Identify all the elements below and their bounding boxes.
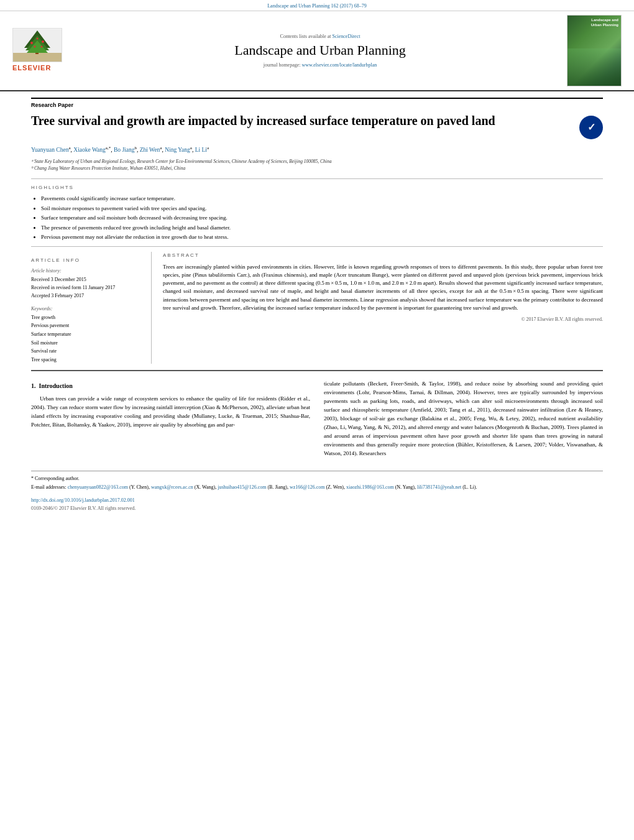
svg-point-10 [41, 45, 43, 47]
highlights-list: Pavements could significantly increase s… [31, 195, 603, 241]
author-bo-jiang[interactable]: Bo Jiang [114, 147, 135, 153]
highlight-item-2: Soil moisture responses to pavement vari… [41, 205, 603, 213]
kw-3: Surface temperature [31, 330, 140, 339]
abstract-copyright: © 2017 Elsevier B.V. All rights reserved… [163, 316, 603, 323]
journal-header: ELSEVIER Contents lists available at Sci… [0, 11, 634, 91]
email-li[interactable]: lili7381741@yeah.net [417, 484, 461, 490]
journal-name-display: Landscape and Urban Planning [81, 42, 559, 58]
highlight-item-4: The presence of pavements reduced tree g… [41, 224, 603, 232]
authors-line: Yuanyuan Chena, Xiaoke Wanga,*, Bo Jiang… [31, 145, 603, 154]
email-footnote: E-mail addresses: chenyuanyuan0822@163.c… [31, 484, 603, 491]
abstract-text: Trees are increasingly planted within pa… [163, 263, 603, 312]
paper-content: Research Paper Tree survival and growth … [0, 91, 634, 518]
received-revised-date: Received in revised form 11 January 2017 [31, 284, 140, 292]
vertical-divider [151, 252, 152, 364]
journal-citation: Landscape and Urban Planning 162 (2017) … [0, 0, 634, 11]
svg-point-6 [30, 42, 33, 44]
intro-p1: Urban trees can provide a wide range of … [31, 395, 310, 430]
journal-citation-link[interactable]: Landscape and Urban Planning 162 (2017) … [267, 3, 367, 9]
author-xiaoke-wang[interactable]: Xiaoke Wang [73, 147, 106, 153]
journal-cover-image: Landscape and Urban Planning [567, 15, 622, 86]
divider-3 [31, 370, 603, 371]
title-row: Tree survival and growth are impacted by… [31, 113, 603, 139]
divider-1 [31, 178, 603, 179]
highlight-item-3: Surface temperature and soil moisture bo… [41, 214, 603, 222]
info-abstract-row: ARTICLE INFO Article history: Received 3… [31, 252, 603, 364]
kw-4: Soil moisture [31, 339, 140, 348]
homepage-line: journal homepage: www.elsevier.com/locat… [81, 62, 559, 68]
email-yuanyuan[interactable]: chenyuanyuan0822@163.com [68, 484, 128, 490]
email-xiaoke[interactable]: wangxk@rcees.ac.cn [151, 484, 193, 490]
abstract-heading: ABSTRACT [163, 252, 603, 259]
corresponding-author-note: * Corresponding author. [31, 475, 603, 482]
kw-5: Survival rate [31, 347, 140, 356]
highlight-item-1: Pavements could significantly increase s… [41, 195, 603, 203]
email-ning[interactable]: xiaozhi.1986@163.com [346, 484, 394, 490]
sciencedirect-link[interactable]: ScienceDirect [333, 34, 361, 39]
affiliation-a: ᵃ State Key Laboratory of Urban and Regi… [31, 158, 603, 165]
author-zhi-wen[interactable]: Zhi Wen [140, 147, 160, 153]
body-col-right: ticulate pollutants (Beckett, Freer-Smit… [324, 380, 603, 461]
issn-copyright: 0169-2046/© 2017 Elsevier B.V. All right… [31, 505, 603, 512]
received-date: Received 3 December 2015 [31, 276, 140, 284]
highlights-heading: HIGHLIGHTS [31, 184, 603, 191]
article-info-col: ARTICLE INFO Article history: Received 3… [31, 252, 140, 364]
body-section: 1. Introduction Urban trees can provide … [31, 380, 603, 461]
author-li-li[interactable]: Li Li [195, 147, 207, 153]
email-bo[interactable]: jushuihao415@126.com [218, 484, 266, 490]
elsevier-wordmark: ELSEVIER [12, 63, 51, 73]
abstract-section: ABSTRACT Trees are increasingly planted … [163, 252, 603, 323]
kw-1: Tree growth [31, 313, 140, 322]
crossmark-badge[interactable]: ✓ [579, 116, 603, 139]
doi-area: http://dx.doi.org/10.1016/j.landurbplan.… [31, 497, 603, 504]
keywords-list: Tree growth Pervious pavement Surface te… [31, 313, 140, 364]
article-dates: Received 3 December 2015 Received in rev… [31, 276, 140, 300]
divider-2 [31, 246, 603, 247]
doi-link[interactable]: http://dx.doi.org/10.1016/j.landurbplan.… [31, 497, 135, 503]
email-zhi[interactable]: wz166@126.com [290, 484, 324, 490]
kw-6: Tree spacing [31, 356, 140, 364]
crossmark-icon: ✓ [579, 116, 603, 139]
article-info-section: ARTICLE INFO Article history: Received 3… [31, 257, 140, 364]
svg-rect-1 [13, 53, 62, 62]
accepted-date: Accepted 3 February 2017 [31, 292, 140, 300]
author-ning-yang[interactable]: Ning Yang [165, 147, 190, 153]
abstract-col: ABSTRACT Trees are increasingly planted … [163, 252, 603, 364]
elsevier-tree-logo [12, 28, 62, 62]
contents-line: Contents lists available at ScienceDirec… [81, 33, 559, 40]
cover-image-sim [567, 48, 621, 86]
svg-point-8 [37, 37, 39, 39]
intro-p2: ticulate pollutants (Beckett, Freer-Smit… [324, 380, 603, 458]
footnote-area: * Corresponding author. E-mail addresses… [31, 471, 603, 491]
body-col-left: 1. Introduction Urban trees can provide … [31, 380, 310, 461]
svg-point-7 [42, 40, 44, 43]
article-history-label: Article history: [31, 267, 140, 274]
article-info-heading: ARTICLE INFO [31, 257, 140, 264]
affiliation-b: ᵇ Chang Jiang Water Resources Protection… [31, 165, 603, 172]
cover-text: Landscape and Urban Planning [591, 18, 618, 28]
elsevier-logo-area: ELSEVIER [12, 28, 81, 73]
paper-title: Tree survival and growth are impacted by… [31, 113, 572, 129]
keywords-label: Keywords: [31, 305, 140, 312]
svg-point-9 [34, 45, 36, 47]
email-label: E-mail addresses: [31, 484, 67, 490]
contents-label: Contents lists available at [280, 34, 331, 39]
homepage-label: journal homepage: [264, 62, 301, 68]
homepage-url[interactable]: www.elsevier.com/locate/landurbplan [301, 62, 377, 68]
intro-heading: 1. Introduction [31, 381, 310, 391]
journal-cover-area: Landscape and Urban Planning [559, 15, 622, 86]
highlight-item-5: Pervious pavement may not alleviate the … [41, 233, 603, 241]
body-two-col: 1. Introduction Urban trees can provide … [31, 380, 603, 461]
kw-2: Pervious pavement [31, 321, 140, 330]
journal-title-area: Contents lists available at ScienceDirec… [81, 33, 559, 68]
author-yuanyuan-chen[interactable]: Yuanyuan Chen [31, 147, 68, 153]
article-type-label: Research Paper [31, 98, 603, 109]
highlights-section: HIGHLIGHTS Pavements could significantly… [31, 184, 603, 241]
affiliations: ᵃ State Key Laboratory of Urban and Regi… [31, 158, 603, 172]
elsevier-tree-svg [13, 29, 62, 62]
